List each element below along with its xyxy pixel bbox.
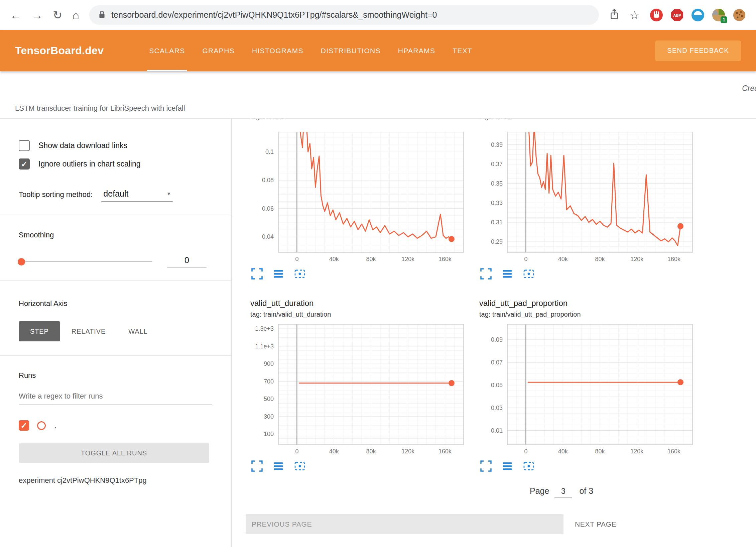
log-scale-icon[interactable] bbox=[272, 268, 284, 280]
fit-domain-icon[interactable] bbox=[523, 460, 535, 472]
svg-text:80k: 80k bbox=[595, 256, 605, 262]
svg-text:700: 700 bbox=[264, 378, 274, 385]
smoothing-slider[interactable] bbox=[19, 261, 152, 262]
page-buttons: PREVIOUS PAGE NEXT PAGE bbox=[246, 514, 756, 534]
runs-filter-input[interactable] bbox=[19, 392, 212, 405]
chart-title: valid_utt_duration bbox=[250, 299, 466, 308]
browser-toolbar: ← → ↻ ⌂ tensorboard.dev/experiment/cj2vt… bbox=[0, 0, 756, 30]
blue-extension-icon[interactable] bbox=[691, 8, 705, 22]
ignore-outliers-checkbox[interactable]: ✓ bbox=[19, 158, 30, 170]
adblock-extension-icon[interactable] bbox=[650, 8, 663, 22]
page-of-label: of 3 bbox=[579, 486, 593, 496]
profile-avatar-icon[interactable]: 1 bbox=[712, 8, 725, 22]
svg-text:80k: 80k bbox=[595, 448, 605, 455]
run-list-item: ✓ . bbox=[19, 420, 213, 431]
clipped-chart-tag: tag: train/… bbox=[475, 119, 695, 126]
log-scale-icon[interactable] bbox=[272, 460, 284, 472]
svg-text:120k: 120k bbox=[401, 256, 415, 262]
settings-sidebar: Show data download links ✓ Ignore outlie… bbox=[0, 119, 232, 547]
svg-text:160k: 160k bbox=[667, 448, 681, 455]
chart-actions bbox=[251, 268, 466, 280]
smoothing-slider-row bbox=[19, 255, 213, 267]
lock-icon bbox=[99, 10, 105, 20]
chart-actions bbox=[480, 268, 695, 280]
tooltip-sorting-value: default bbox=[103, 189, 128, 199]
send-feedback-button[interactable]: SEND FEEDBACK bbox=[655, 40, 741, 61]
svg-text:0.08: 0.08 bbox=[262, 177, 274, 184]
show-download-links-checkbox[interactable] bbox=[19, 140, 30, 151]
experiment-id-label: experiment cj2vtPiwQHKN9Q1tx6PTpg bbox=[19, 476, 213, 485]
charts-grid: tag: train/… 0.040.060.080.1040k80k120k1… bbox=[246, 119, 756, 472]
reload-icon[interactable]: ↻ bbox=[53, 9, 62, 21]
svg-text:0.1: 0.1 bbox=[265, 148, 274, 155]
chart-tag: tag: train/valid_utt_pad_proportion bbox=[479, 311, 695, 318]
fit-domain-icon[interactable] bbox=[523, 268, 535, 280]
svg-text:0: 0 bbox=[295, 256, 298, 262]
log-scale-icon[interactable] bbox=[501, 268, 513, 280]
share-icon[interactable] bbox=[609, 8, 620, 22]
run-color-circle[interactable] bbox=[37, 421, 46, 430]
chart-actions bbox=[251, 460, 466, 472]
home-icon[interactable]: ⌂ bbox=[73, 9, 80, 21]
scalar-chart-plot[interactable]: 0.010.030.050.070.09040k80k120k160k bbox=[475, 322, 695, 455]
expand-chart-icon[interactable] bbox=[251, 268, 263, 280]
expand-chart-icon[interactable] bbox=[480, 460, 492, 472]
tab-histograms[interactable]: HISTOGRAMS bbox=[243, 30, 312, 71]
next-page-button[interactable]: NEXT PAGE bbox=[575, 520, 617, 528]
svg-text:0.03: 0.03 bbox=[491, 405, 503, 411]
tab-graphs[interactable]: GRAPHS bbox=[194, 30, 243, 71]
abp-extension-icon[interactable]: ABP bbox=[670, 8, 684, 22]
svg-text:300: 300 bbox=[264, 413, 274, 420]
svg-text:0.05: 0.05 bbox=[491, 382, 503, 389]
axis-step-button[interactable]: STEP bbox=[19, 321, 60, 341]
chart-actions bbox=[480, 460, 695, 472]
tab-scalars[interactable]: SCALARS bbox=[140, 30, 194, 71]
smoothing-slider-thumb[interactable] bbox=[18, 258, 25, 265]
run-checkbox[interactable]: ✓ bbox=[19, 420, 29, 431]
scalar-chart-plot[interactable]: 0.290.310.330.350.370.39040k80k120k160k bbox=[475, 130, 695, 263]
axis-relative-button[interactable]: RELATIVE bbox=[60, 321, 117, 341]
cookie-extension-icon[interactable] bbox=[733, 8, 746, 22]
svg-text:120k: 120k bbox=[630, 256, 644, 262]
pagination: Page of 3 bbox=[530, 486, 756, 498]
svg-text:0.39: 0.39 bbox=[491, 141, 503, 148]
tab-distributions[interactable]: DISTRIBUTIONS bbox=[312, 30, 389, 71]
back-icon[interactable]: ← bbox=[10, 9, 21, 21]
fit-domain-icon[interactable] bbox=[294, 268, 306, 280]
page-number-input[interactable] bbox=[554, 487, 572, 498]
bookmark-star-icon[interactable]: ☆ bbox=[630, 9, 640, 21]
scalar-chart-plot[interactable]: 0.040.060.080.1040k80k120k160k bbox=[246, 130, 466, 263]
svg-text:160k: 160k bbox=[438, 256, 452, 262]
extensions-area: ABP 1 bbox=[650, 8, 746, 22]
svg-text:500: 500 bbox=[264, 396, 274, 402]
ignore-outliers-row: ✓ Ignore outliers in chart scaling bbox=[19, 158, 213, 170]
svg-text:0.09: 0.09 bbox=[491, 336, 503, 343]
svg-text:160k: 160k bbox=[667, 256, 681, 262]
tab-hparams[interactable]: HPARAMS bbox=[389, 30, 444, 71]
svg-text:40k: 40k bbox=[329, 256, 339, 262]
chart-card-valid-utt-duration: valid_utt_duration tag: train/valid_utt_… bbox=[246, 289, 466, 472]
tab-text[interactable]: TEXT bbox=[444, 30, 481, 71]
axis-wall-button[interactable]: WALL bbox=[117, 321, 159, 341]
created-text-clipped: Crea bbox=[742, 84, 756, 93]
experiment-header: Crea LSTM transducer training for LibriS… bbox=[0, 71, 756, 118]
previous-page-button[interactable]: PREVIOUS PAGE bbox=[246, 514, 563, 534]
forward-icon[interactable]: → bbox=[31, 9, 43, 21]
page-label: Page bbox=[530, 486, 549, 496]
expand-chart-icon[interactable] bbox=[251, 460, 263, 472]
smoothing-value-input[interactable] bbox=[167, 255, 207, 267]
runs-label: Runs bbox=[19, 371, 213, 380]
toggle-all-runs-button[interactable]: TOGGLE ALL RUNS bbox=[19, 443, 209, 463]
fit-domain-icon[interactable] bbox=[294, 460, 306, 472]
svg-text:0.01: 0.01 bbox=[491, 427, 503, 434]
svg-text:0: 0 bbox=[524, 256, 527, 262]
svg-text:40k: 40k bbox=[558, 256, 568, 262]
show-download-links-row: Show data download links bbox=[19, 140, 213, 151]
tooltip-sorting-select[interactable]: default ▾ bbox=[101, 188, 173, 202]
scalar-chart-plot[interactable]: 1003005007009001.1e+31.3e+3040k80k120k16… bbox=[246, 322, 466, 455]
svg-text:80k: 80k bbox=[366, 448, 376, 455]
address-bar[interactable]: tensorboard.dev/experiment/cj2vtPiwQHKN9… bbox=[89, 5, 599, 25]
log-scale-icon[interactable] bbox=[501, 460, 513, 472]
expand-chart-icon[interactable] bbox=[480, 268, 492, 280]
svg-text:0.06: 0.06 bbox=[262, 205, 274, 212]
